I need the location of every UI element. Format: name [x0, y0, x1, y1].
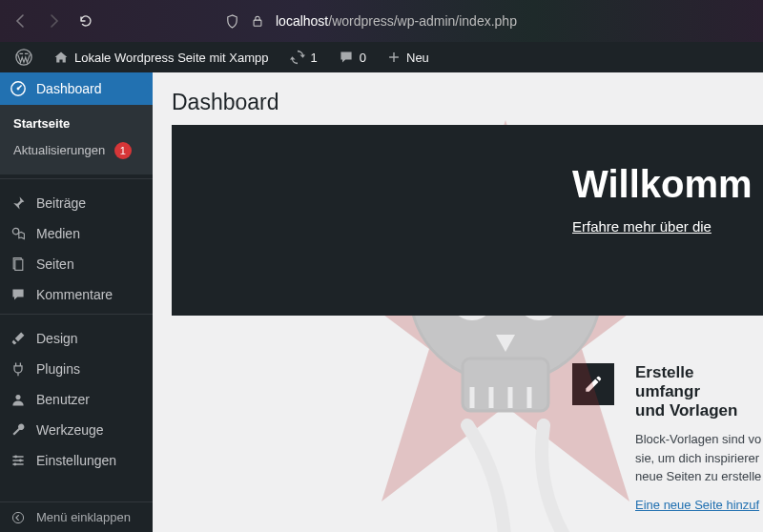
address-bar[interactable]: localhost/wordpress/wp-admin/index.php: [225, 13, 517, 29]
wordpress-logo-icon: [15, 49, 32, 66]
lock-icon: [251, 14, 264, 28]
sidebar-item-label: Plugins: [36, 361, 80, 377]
page-title: Dashboard: [153, 72, 763, 125]
sidebar-item-pages[interactable]: Seiten: [0, 249, 153, 279]
updates-badge: 1: [114, 142, 132, 159]
back-button[interactable]: [13, 13, 29, 29]
sidebar-item-label: Dashboard: [36, 81, 102, 96]
svg-rect-0: [254, 20, 261, 26]
wp-admin-bar: Lokale Wordpress Seite mit Xampp 1 0 Neu: [0, 42, 763, 72]
admin-sidebar: Dashboard Startseite Aktualisierungen 1 …: [0, 72, 153, 532]
url-text: localhost/wordpress/wp-admin/index.php: [276, 13, 517, 29]
welcome-panel: Willkomm Erfahre mehr über die: [172, 125, 763, 316]
edit-icon: [572, 363, 614, 405]
updates-menu[interactable]: 1: [282, 42, 325, 72]
collapse-icon: [10, 511, 27, 524]
shield-icon: [225, 14, 239, 29]
reload-button[interactable]: [78, 13, 93, 29]
card-title: Erstelle umfangr und Vorlagen: [635, 363, 763, 420]
sidebar-item-label: Beiträge: [36, 195, 86, 211]
user-icon: [10, 392, 27, 407]
svg-point-9: [19, 460, 22, 462]
svg-rect-6: [15, 259, 23, 270]
welcome-card: Erstelle umfangr und Vorlagen Block-Vorl…: [172, 335, 763, 513]
comment-icon: [10, 287, 27, 302]
browser-toolbar: localhost/wordpress/wp-admin/index.php: [0, 0, 763, 42]
new-label: Neu: [406, 51, 429, 65]
welcome-title: Willkomm: [572, 163, 763, 205]
wp-logo-menu[interactable]: [8, 42, 40, 72]
comments-menu[interactable]: 0: [331, 42, 374, 72]
sidebar-item-tools[interactable]: Werkzeuge: [0, 415, 153, 445]
svg-point-11: [12, 512, 23, 522]
sidebar-item-settings[interactable]: Einstellungen: [0, 445, 153, 476]
sidebar-item-label: Einstellungen: [36, 453, 116, 468]
dashboard-submenu: Startseite Aktualisierungen 1: [0, 105, 153, 174]
media-icon: [10, 226, 27, 241]
menu-separator: [0, 314, 153, 319]
sidebar-item-users[interactable]: Benutzer: [0, 384, 153, 415]
sidebar-item-label: Werkzeuge: [36, 422, 104, 438]
svg-point-7: [15, 395, 20, 399]
brush-icon: [10, 331, 27, 346]
svg-point-4: [12, 228, 18, 234]
sidebar-item-label: Medien: [36, 226, 80, 241]
forward-button[interactable]: [46, 13, 61, 29]
pin-icon: [10, 195, 27, 211]
card-description: Block-Vorlagen sind vosie, um dich inspi…: [635, 430, 763, 486]
site-title: Lokale Wordpress Seite mit Xampp: [74, 51, 269, 65]
new-content-menu[interactable]: Neu: [380, 42, 437, 72]
sidebar-item-label: Seiten: [36, 256, 74, 272]
collapse-label: Menü einklappen: [36, 510, 131, 524]
svg-point-10: [13, 463, 16, 466]
menu-separator: [0, 178, 153, 184]
sidebar-item-label: Benutzer: [36, 392, 90, 407]
sidebar-item-appearance[interactable]: Design: [0, 323, 153, 354]
submenu-home[interactable]: Startseite: [0, 111, 153, 136]
sliders-icon: [10, 453, 27, 468]
welcome-learn-more-link[interactable]: Erfahre mehr über die: [572, 218, 711, 235]
svg-point-8: [14, 456, 17, 459]
sidebar-item-media[interactable]: Medien: [0, 218, 153, 249]
sidebar-item-plugins[interactable]: Plugins: [0, 354, 153, 384]
comment-icon: [339, 50, 354, 65]
site-name-menu[interactable]: Lokale Wordpress Seite mit Xampp: [46, 42, 277, 72]
wrench-icon: [10, 422, 27, 438]
home-icon: [53, 50, 69, 65]
sidebar-item-label: Design: [36, 331, 78, 346]
update-icon: [290, 50, 305, 65]
sidebar-item-label: Kommentare: [36, 287, 113, 302]
sidebar-item-dashboard[interactable]: Dashboard: [0, 72, 153, 105]
plus-icon: [387, 51, 401, 64]
dashboard-icon: [10, 80, 27, 97]
svg-point-3: [17, 88, 20, 91]
updates-count: 1: [311, 51, 318, 65]
url-host: localhost: [276, 13, 328, 29]
sidebar-item-comments[interactable]: Kommentare: [0, 279, 153, 310]
collapse-menu[interactable]: Menü einklappen: [0, 501, 153, 532]
url-path: /wordpress/wp-admin/index.php: [328, 13, 517, 29]
comments-count: 0: [360, 51, 366, 65]
sidebar-item-posts[interactable]: Beiträge: [0, 188, 153, 218]
card-new-page-link[interactable]: Eine neue Seite hinzuf: [635, 498, 759, 512]
main-content: Dashboard Willkomm Erfahre mehr über die…: [153, 72, 763, 532]
card-body: Erstelle umfangr und Vorlagen Block-Vorl…: [635, 363, 763, 513]
submenu-updates[interactable]: Aktualisierungen 1: [0, 136, 153, 165]
page-icon: [10, 256, 27, 272]
plugin-icon: [10, 361, 27, 377]
